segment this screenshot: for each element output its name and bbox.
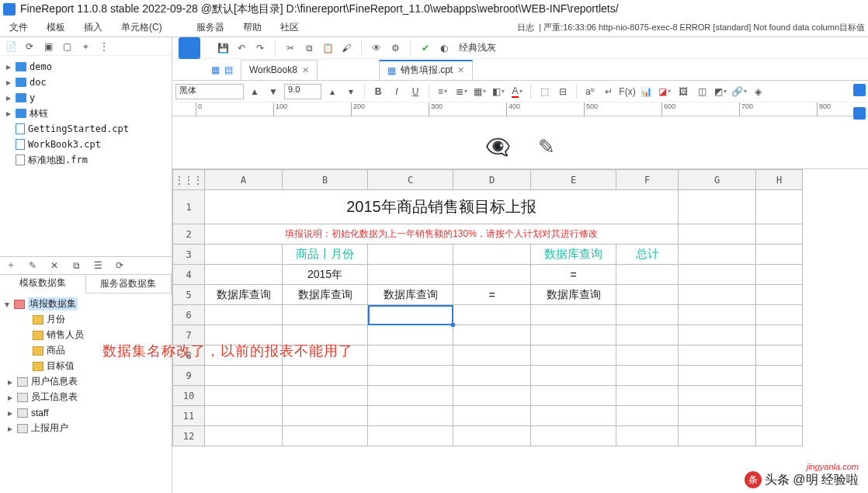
- row-header-10[interactable]: 10: [173, 386, 205, 406]
- fill-color-icon[interactable]: ◧: [491, 84, 506, 99]
- hyperlink-icon[interactable]: 🔗: [731, 84, 747, 99]
- wrap-icon[interactable]: ↵: [601, 84, 616, 99]
- col-header-b[interactable]: B: [283, 170, 368, 190]
- menu-server[interactable]: 服务器: [187, 21, 234, 34]
- close-icon[interactable]: ✕: [302, 65, 309, 75]
- cell[interactable]: [756, 245, 803, 265]
- align-left-icon[interactable]: ≡: [435, 84, 450, 99]
- cell[interactable]: [616, 366, 679, 386]
- size-up-icon[interactable]: ▴: [325, 84, 340, 99]
- file-workbook3[interactable]: WorkBook3.cpt: [0, 137, 172, 152]
- cell[interactable]: [453, 305, 531, 325]
- cell-d5[interactable]: =: [453, 285, 531, 305]
- menu-file[interactable]: 文件: [0, 21, 37, 34]
- widget-icon[interactable]: ◈: [750, 84, 766, 99]
- corner-cell[interactable]: ⋮⋮⋮: [173, 170, 205, 190]
- cell[interactable]: [205, 366, 283, 386]
- cell[interactable]: [679, 426, 756, 446]
- cell[interactable]: [756, 345, 803, 366]
- cell[interactable]: [531, 366, 616, 386]
- condition-icon[interactable]: ◩: [713, 84, 728, 99]
- cell-f4[interactable]: [616, 265, 679, 285]
- copy-icon[interactable]: ⧉: [302, 41, 316, 55]
- cell[interactable]: [616, 325, 679, 345]
- app-icon[interactable]: [179, 37, 200, 59]
- dataset-child-month[interactable]: 月份: [0, 312, 172, 328]
- cell[interactable]: [368, 386, 453, 406]
- preview-icon[interactable]: 👁: [370, 41, 384, 55]
- cell[interactable]: [679, 190, 756, 224]
- cell[interactable]: [368, 345, 453, 366]
- cell[interactable]: [453, 406, 531, 426]
- cell[interactable]: [756, 386, 803, 406]
- dataset-root[interactable]: ▾填报数据集: [0, 297, 172, 312]
- cell-b3[interactable]: 商品丨月份: [283, 245, 368, 265]
- cell-c5[interactable]: 数据库查询: [368, 285, 453, 305]
- redo-icon[interactable]: ↷: [253, 41, 267, 55]
- cell[interactable]: [531, 345, 616, 366]
- cell[interactable]: [531, 426, 616, 446]
- cell[interactable]: [368, 366, 453, 386]
- cell-title[interactable]: 2015年商品销售额目标上报: [205, 190, 679, 224]
- folder-linyu[interactable]: ▸林钰: [0, 106, 172, 121]
- cell[interactable]: [756, 325, 803, 345]
- cell-note[interactable]: 填报说明：初始化数据为上一年销售额的130%，请按个人计划对其进行修改: [205, 224, 679, 245]
- cell[interactable]: [756, 426, 803, 446]
- cell-f5[interactable]: [616, 285, 679, 305]
- expand-icon[interactable]: ▣: [42, 41, 54, 52]
- row-header-9[interactable]: 9: [173, 366, 205, 386]
- cell[interactable]: [756, 265, 803, 285]
- tab-sales-report[interactable]: ▦ 销售填报.cpt ✕: [379, 60, 473, 80]
- cell[interactable]: [616, 406, 679, 426]
- float-icon[interactable]: ◫: [694, 84, 710, 99]
- cell[interactable]: [283, 426, 368, 446]
- save-icon[interactable]: 💾: [216, 41, 230, 55]
- cell[interactable]: [679, 345, 756, 366]
- image-icon[interactable]: 🖼: [675, 84, 691, 99]
- theme-label[interactable]: 经典浅灰: [459, 41, 496, 54]
- col-header-h[interactable]: H: [756, 170, 803, 190]
- cell[interactable]: [679, 386, 756, 406]
- cell-a5[interactable]: 数据库查询: [205, 285, 283, 305]
- cell-e5[interactable]: 数据库查询: [531, 285, 616, 305]
- merge-icon[interactable]: ⬚: [536, 84, 552, 99]
- chart-icon[interactable]: 📊: [638, 84, 654, 99]
- tab-template-dataset[interactable]: 模板数据集: [0, 275, 86, 293]
- cell[interactable]: [679, 406, 756, 426]
- settings-icon[interactable]: ⚙: [388, 41, 402, 55]
- cell[interactable]: [205, 386, 283, 406]
- cell-a3[interactable]: [205, 245, 283, 265]
- cell[interactable]: [368, 325, 453, 345]
- folder-y[interactable]: ▸y: [0, 90, 172, 106]
- cell[interactable]: [205, 305, 283, 325]
- cell-f3[interactable]: 总计: [616, 245, 679, 265]
- row-header-1[interactable]: 1: [173, 190, 205, 224]
- refresh-icon[interactable]: ⟳: [23, 41, 36, 52]
- dataset-empinfo[interactable]: ▸员工信息表: [0, 390, 172, 405]
- menu-help[interactable]: 帮助: [234, 21, 271, 34]
- cell-c4[interactable]: [368, 265, 453, 285]
- folder-demo[interactable]: ▸demo: [0, 59, 172, 75]
- file-standardmap[interactable]: 标准地图.frm: [0, 152, 172, 168]
- form-icon[interactable]: ▤: [224, 64, 233, 75]
- paste-icon[interactable]: 📋: [321, 41, 335, 55]
- tab-server-dataset[interactable]: 服务器数据集: [86, 275, 172, 293]
- border-icon[interactable]: ▦: [472, 84, 488, 99]
- cell[interactable]: [283, 386, 368, 406]
- cell-b5[interactable]: 数据库查询: [283, 285, 368, 305]
- align-v-icon[interactable]: ≣: [453, 84, 469, 99]
- cell[interactable]: [756, 305, 803, 325]
- cell[interactable]: [756, 366, 803, 386]
- font-increase-icon[interactable]: ▲: [247, 84, 262, 99]
- cell[interactable]: [368, 426, 453, 446]
- cell-d3[interactable]: [453, 245, 531, 265]
- dataset-userinfo[interactable]: ▸用户信息表: [0, 374, 172, 390]
- font-size-select[interactable]: 9.0: [284, 84, 321, 99]
- cell[interactable]: [283, 406, 368, 426]
- format-painter-icon[interactable]: 🖌: [339, 41, 353, 55]
- font-decrease-icon[interactable]: ▼: [266, 84, 281, 99]
- side-icon-2[interactable]: [853, 107, 866, 120]
- folder-doc[interactable]: ▸doc: [0, 75, 172, 90]
- locate-icon[interactable]: ⌖: [79, 41, 92, 52]
- cell[interactable]: [616, 386, 679, 406]
